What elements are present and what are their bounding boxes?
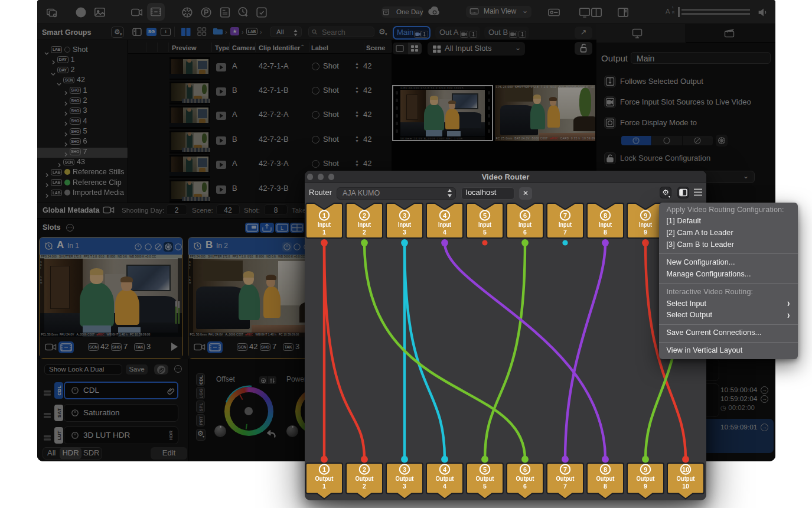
svg-text:1: 1 [322,483,326,490]
svg-text:10: 10 [682,466,689,473]
svg-text:8: 8 [604,483,607,490]
svg-text:L: L [281,225,283,231]
svg-text:9: 9 [644,483,647,490]
svg-text:Output: Output [315,475,334,482]
svg-text:Output: Output [596,475,615,482]
svg-text:Output: Output [436,475,454,482]
svg-text:6: 6 [523,466,527,473]
svg-text:Input: Input [358,221,371,228]
svg-text:Output: Output [476,475,494,482]
svg-text:Input: Input [478,221,491,228]
svg-text:3: 3 [403,229,406,236]
svg-text:4: 4 [443,229,446,236]
svg-text:4: 4 [443,212,447,219]
svg-text:Input: Input [559,221,572,228]
svg-text:9: 9 [644,212,647,219]
svg-text:Input: Input [518,221,531,228]
svg-text:3: 3 [403,483,406,490]
svg-text:5: 5 [483,212,487,219]
svg-text:Output: Output [356,475,374,482]
svg-text:Input: Input [398,221,411,228]
svg-text:7: 7 [563,212,567,219]
svg-text:1: 1 [322,212,326,219]
svg-text:8: 8 [604,212,607,219]
svg-text:2: 2 [363,229,366,236]
svg-text:Input: Input [318,221,331,228]
svg-text:1: 1 [322,229,326,236]
svg-text:Output: Output [516,475,534,482]
svg-text:9: 9 [644,229,647,236]
svg-text:Output: Output [396,475,414,482]
svg-text:4: 4 [443,483,446,490]
svg-text:7: 7 [563,466,567,473]
svg-text:5: 5 [483,483,487,490]
svg-text:Output: Output [677,475,695,482]
svg-text:2: 2 [363,466,366,473]
svg-text:6: 6 [523,483,527,490]
svg-text:Input: Input [639,221,652,228]
svg-text:Output: Output [637,475,655,482]
svg-text:Output: Output [556,475,575,482]
svg-text:2: 2 [363,483,366,490]
svg-text:8: 8 [604,466,607,473]
svg-text:5: 5 [483,229,487,236]
svg-text:8: 8 [604,229,607,236]
svg-text:6: 6 [523,229,527,236]
svg-text:3: 3 [403,212,406,219]
svg-text:3: 3 [403,466,406,473]
svg-text:5: 5 [483,466,487,473]
svg-text:7: 7 [563,229,567,236]
svg-text:2: 2 [363,212,366,219]
svg-text:1: 1 [322,466,326,473]
svg-text:10: 10 [682,483,689,490]
svg-text:4: 4 [443,466,447,473]
svg-text:Input: Input [438,221,451,228]
svg-text:7: 7 [563,483,567,490]
svg-text:6: 6 [523,212,527,219]
svg-text:Input: Input [599,221,612,228]
svg-text:9: 9 [644,466,647,473]
